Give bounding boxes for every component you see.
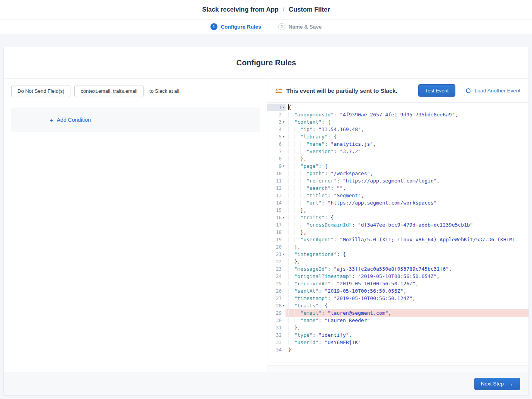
- line-number: 17: [267, 221, 286, 228]
- line-number: 1▼: [267, 104, 286, 111]
- code-line: 9▼ "page": {: [267, 162, 529, 170]
- step-1-badge: 1: [210, 23, 217, 30]
- add-condition-label: Add Condition: [57, 117, 91, 123]
- rule-row: Do Not Send Field(s) context.email, trai…: [11, 85, 260, 97]
- code-line: 18 },: [267, 228, 529, 236]
- line-number: 18: [267, 228, 286, 236]
- line-number: 30: [267, 317, 286, 324]
- card-footer: Next Step →: [4, 372, 529, 395]
- line-number: 5▼: [267, 133, 286, 140]
- code-line: 23 "messageId": "ajs-33ffc2ac0a550e8f053…: [267, 265, 529, 273]
- load-another-event-button[interactable]: Load Another Event: [465, 88, 520, 94]
- horizontal-scrollbar[interactable]: [267, 365, 529, 372]
- code-line: 1▼{: [267, 104, 529, 111]
- load-another-event-label: Load Another Event: [474, 88, 520, 94]
- line-number: 33: [267, 339, 286, 346]
- rule-suffix-text: to Slack at all.: [149, 88, 181, 94]
- rule-fields-selector[interactable]: context.email, traits.email: [74, 85, 144, 97]
- code-line: 10 "path": "/workspaces",: [267, 170, 529, 177]
- code-line: 2 "anonymousId": "4f9390ae-2657-4fe1-9d9…: [267, 111, 529, 118]
- event-preview-panel: x This event will be partially sent to S…: [267, 78, 529, 372]
- plus-icon: +: [50, 117, 53, 123]
- code-line: 15 },: [267, 206, 529, 214]
- code-line: 33 "userId": "OsY6MFBj1K": [267, 339, 529, 346]
- line-number: 12: [267, 184, 286, 192]
- line-number: 29: [267, 309, 286, 317]
- card-title: Configure Rules: [236, 58, 296, 67]
- next-step-button[interactable]: Next Step →: [474, 378, 520, 390]
- fold-icon[interactable]: ▼: [282, 253, 286, 256]
- code-line: 25 "receivedAt": "2019-05-10T00:56:50.12…: [267, 280, 529, 287]
- code-line: 11 "referrer": "https://app.segment.com/…: [267, 177, 529, 184]
- add-condition-button[interactable]: + Add Condition: [50, 117, 91, 123]
- code-line: 31 },: [267, 324, 529, 331]
- line-number: 21▼: [267, 251, 286, 258]
- partial-event-icon: x: [275, 88, 282, 94]
- event-header: x This event will be partially sent to S…: [267, 78, 529, 103]
- svg-text:x: x: [275, 88, 278, 92]
- arrow-right-icon: →: [508, 380, 513, 387]
- step-2-label: Name & Save: [289, 24, 322, 30]
- page-title-bar: Slack receiving from App / Custom Filter: [0, 0, 532, 19]
- stepper: 1 Configure Rules 2 Name & Save: [0, 20, 532, 34]
- fold-icon[interactable]: ▼: [282, 165, 286, 168]
- code-line: 21▼ "integrations": {: [267, 251, 529, 258]
- line-number: 16▼: [267, 214, 286, 221]
- code-line: 7 "version": "3.7.2": [267, 148, 529, 155]
- breadcrumb-separator: /: [283, 6, 284, 13]
- breadcrumb-current: Custom Filter: [289, 6, 330, 13]
- code-line: 29 "email": "lauren@segment.com",: [267, 309, 529, 317]
- fold-icon[interactable]: ▼: [282, 135, 286, 138]
- fold-icon[interactable]: ▼: [282, 121, 286, 124]
- line-number: 20: [267, 243, 286, 251]
- refresh-icon: [465, 88, 471, 94]
- line-number: 23: [267, 265, 286, 273]
- code-line: 26 "sentAt": "2019-05-10T00:56:50.056Z",: [267, 287, 529, 295]
- code-line: 13 "title": "Segment",: [267, 192, 529, 199]
- code-line: 27 "timestamp": "2019-05-10T00:56:50.124…: [267, 295, 529, 302]
- line-number: 4: [267, 126, 286, 133]
- test-event-button[interactable]: Test Event: [418, 84, 456, 97]
- fold-icon[interactable]: ▼: [282, 216, 286, 219]
- code-line: 32 "type": "identify",: [267, 331, 529, 339]
- code-line: 17 "crossDomainId": "df3a47ee-bcc9-479d-…: [267, 221, 529, 228]
- code-line: 30 "name": "Lauren Reeder": [267, 317, 529, 324]
- line-number: 7: [267, 148, 286, 155]
- line-number: 32: [267, 331, 286, 339]
- line-number: 25: [267, 280, 286, 287]
- step-configure-rules[interactable]: 1 Configure Rules: [210, 23, 261, 30]
- code-lines: 1▼{2 "anonymousId": "4f9390ae-2657-4fe1-…: [267, 104, 529, 353]
- code-line: 3▼ "context": {: [267, 118, 529, 126]
- code-line: 4 "ip": "13.54.169.48",: [267, 126, 529, 133]
- line-number: 22: [267, 258, 286, 265]
- step-2-badge: 2: [278, 23, 285, 30]
- breadcrumb-destination[interactable]: Slack receiving from App: [202, 6, 278, 13]
- event-status-text: This event will be partially sent to Sla…: [286, 87, 418, 94]
- code-line: 22 },: [267, 258, 529, 265]
- line-number: 9▼: [267, 162, 286, 170]
- code-line: 34}: [267, 346, 529, 353]
- next-step-label: Next Step: [481, 381, 504, 387]
- step-name-and-save[interactable]: 2 Name & Save: [278, 23, 322, 30]
- card-header: Configure Rules: [4, 47, 529, 78]
- line-number: 31: [267, 324, 286, 331]
- json-editor[interactable]: 1▼{2 "anonymousId": "4f9390ae-2657-4fe1-…: [267, 103, 529, 372]
- add-condition-box: + Add Condition: [11, 107, 260, 132]
- line-number: 14: [267, 199, 286, 206]
- line-number: 10: [267, 170, 286, 177]
- fold-icon[interactable]: ▼: [282, 304, 286, 307]
- code-line: 8 },: [267, 155, 529, 162]
- rule-type-selector[interactable]: Do Not Send Field(s): [11, 85, 70, 97]
- line-number: 3▼: [267, 118, 286, 126]
- line-number: 28▼: [267, 302, 286, 309]
- line-number: 6: [267, 140, 286, 148]
- line-number: 26: [267, 287, 286, 295]
- line-number: 27: [267, 295, 286, 302]
- line-number: 11: [267, 177, 286, 184]
- code-line: 14 "url": "https://app.segment.com/works…: [267, 199, 529, 206]
- fold-icon[interactable]: ▼: [282, 106, 286, 109]
- code-line: 24 "originalTimestamp": "2019-05-10T00:5…: [267, 273, 529, 280]
- step-1-label: Configure Rules: [221, 24, 261, 30]
- line-number: 2: [267, 111, 286, 118]
- code-line: 19 "userAgent": "Mozilla/5.0 (X11; Linux…: [267, 236, 529, 243]
